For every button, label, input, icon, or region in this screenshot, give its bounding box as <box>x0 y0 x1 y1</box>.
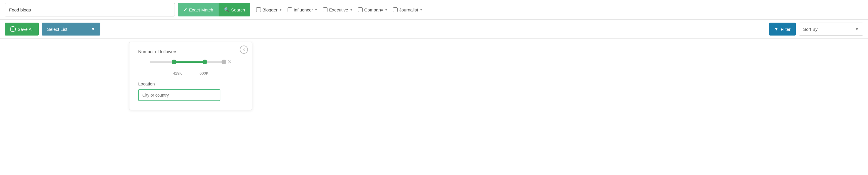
blogger-label[interactable]: Blogger <box>262 7 278 12</box>
journalist-checkbox[interactable] <box>393 7 398 12</box>
influencer-label[interactable]: Influencer <box>294 7 313 12</box>
filter-type-checkboxes: Blogger ▼ Influencer ▼ Executive ▼ Compa… <box>256 7 423 12</box>
slider-thumb-left[interactable] <box>172 60 176 64</box>
location-input[interactable] <box>138 89 220 101</box>
search-input[interactable]: Food blogs <box>5 3 175 17</box>
influencer-chevron-icon[interactable]: ▼ <box>315 8 318 11</box>
location-label: Location <box>138 81 243 86</box>
action-bar: + Save All Select List ▼ ▼ Filter Sort B… <box>0 20 868 39</box>
checkmark-icon: ✓ <box>183 7 187 13</box>
search-btn-group: ✓ Exact Match 🔍 Search <box>178 3 250 17</box>
sort-by-select[interactable]: Sort By ▼ <box>799 23 863 35</box>
slider-min-value: 429K <box>173 71 182 76</box>
filter-label: Filter <box>781 27 790 32</box>
company-checkbox[interactable] <box>358 7 363 12</box>
slider-track-container[interactable] <box>150 60 225 64</box>
executive-chevron-icon[interactable]: ▼ <box>349 8 353 11</box>
journalist-label[interactable]: Journalist <box>399 7 418 12</box>
save-all-label: Save All <box>18 27 33 32</box>
executive-label[interactable]: Executive <box>329 7 348 12</box>
company-label[interactable]: Company <box>364 7 383 12</box>
filter-item-influencer: Influencer ▼ <box>287 7 318 12</box>
select-list-label: Select List <box>47 27 67 32</box>
main-content: ✕ Number of followers <box>0 39 868 127</box>
funnel-icon: ▼ <box>774 27 778 31</box>
exact-match-button[interactable]: ✓ Exact Match <box>178 3 219 17</box>
followers-label: Number of followers <box>138 49 243 54</box>
search-label: Search <box>231 7 245 12</box>
select-list-chevron-icon: ▼ <box>91 27 95 31</box>
close-filter-button[interactable]: ✕ <box>240 46 248 54</box>
search-glass-icon: 🔍 <box>224 7 229 12</box>
filter-item-journalist: Journalist ▼ <box>393 7 423 12</box>
blogger-checkbox[interactable] <box>256 7 261 12</box>
slider-thumb-end[interactable] <box>221 60 226 64</box>
slider-labels: 429K 600K <box>138 71 243 76</box>
select-list-button[interactable]: Select List ▼ <box>42 23 100 35</box>
action-right: ▼ Filter Sort By ▼ <box>769 23 863 35</box>
influencer-checkbox[interactable] <box>287 7 292 12</box>
slider-thumb-right[interactable] <box>203 60 207 64</box>
filter-item-company: Company ▼ <box>358 7 388 12</box>
action-left: + Save All Select List ▼ <box>5 23 100 35</box>
filter-item-executive: Executive ▼ <box>323 7 353 12</box>
filter-panel: ✕ Number of followers <box>129 42 252 110</box>
slider-wrapper: ✕ <box>150 59 232 65</box>
search-button[interactable]: 🔍 Search <box>219 3 251 17</box>
save-all-button[interactable]: + Save All <box>5 23 39 35</box>
followers-slider-row: ✕ <box>138 59 243 65</box>
close-icon: ✕ <box>242 48 246 52</box>
slider-track <box>150 61 225 63</box>
journalist-chevron-icon[interactable]: ▼ <box>420 8 423 11</box>
executive-checkbox[interactable] <box>323 7 328 12</box>
filter-button[interactable]: ▼ Filter <box>769 23 796 35</box>
company-chevron-icon[interactable]: ▼ <box>385 8 388 11</box>
followers-section: Number of followers <box>138 49 243 76</box>
location-section: Location <box>138 81 243 101</box>
exact-match-label: Exact Match <box>189 7 213 12</box>
sort-by-chevron-icon: ▼ <box>855 27 859 31</box>
slider-fill <box>172 61 204 63</box>
plus-circle-icon: + <box>10 26 16 32</box>
sort-by-label: Sort By <box>803 27 817 32</box>
slider-max-value: 600K <box>199 71 208 76</box>
slider-clear-button[interactable]: ✕ <box>227 59 232 65</box>
top-search-bar: Food blogs ✓ Exact Match 🔍 Search Blogge… <box>0 0 868 20</box>
filter-item-blogger: Blogger ▼ <box>256 7 282 12</box>
blogger-chevron-icon[interactable]: ▼ <box>279 8 282 11</box>
